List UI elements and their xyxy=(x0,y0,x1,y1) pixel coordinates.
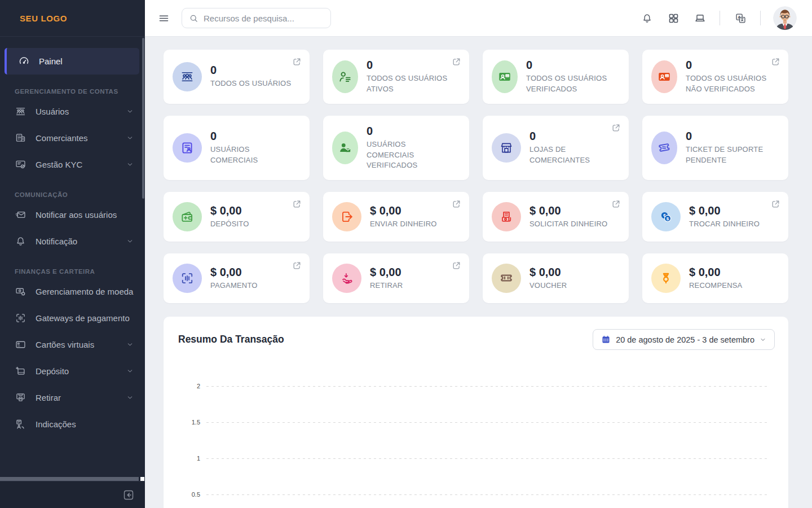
users-group-icon xyxy=(173,62,202,91)
sidebar-item-label: Notificar aos usuários xyxy=(36,210,117,220)
sidebar-menu: PainelGERENCIAMENTO DE CONTASUsuáriosCom… xyxy=(0,37,145,481)
sidebar-item-label: Gateways de pagamento xyxy=(36,313,130,323)
chevron-down-icon xyxy=(760,336,766,343)
stat-value: $ 0,00 xyxy=(689,204,760,217)
stat-label: TROCAR DINHEIRO xyxy=(689,219,760,230)
sidebar-item-label: Gestão KYC xyxy=(36,160,82,169)
stat-value: $ 0,00 xyxy=(689,266,742,279)
brand-logo[interactable]: SEU LOGO xyxy=(0,0,145,37)
sidebar-collapse-button[interactable] xyxy=(122,489,135,501)
stat-card-reward: $ 0,00RECOMPENSA xyxy=(642,253,788,303)
sidebar-section-label: COMUNICAÇÃO xyxy=(15,191,134,198)
stat-value: 0 xyxy=(367,125,454,138)
hamburger-menu-icon[interactable] xyxy=(158,12,170,24)
chart-title: Resumo Da Transação xyxy=(178,334,284,345)
gridline-dash xyxy=(206,494,768,495)
external-link-icon[interactable] xyxy=(771,199,780,209)
stat-value: 0 xyxy=(529,130,614,143)
y-axis-tick-label: 0.5 xyxy=(186,491,206,498)
sidebar-item-label: Depósito xyxy=(36,366,69,376)
topbar-actions: A xyxy=(626,6,797,30)
sidebar-item-label: Indicações xyxy=(36,419,76,429)
external-link-icon[interactable] xyxy=(771,57,780,67)
stat-label: LOJAS DE COMERCIANTES xyxy=(529,144,614,166)
withdraw-atm-icon xyxy=(15,392,27,404)
chart-gridline: 1 xyxy=(186,455,768,462)
stat-value: $ 0,00 xyxy=(210,266,258,279)
chart-gridline: 2 xyxy=(186,383,768,389)
stat-card-active-users: 0TODOS OS USUÁRIOS ATIVOS xyxy=(323,50,469,104)
sidebar-vertical-scrollbar[interactable] xyxy=(142,38,144,199)
exchange-coins-icon: €$ xyxy=(651,202,681,231)
sidebar-item-indicacoes[interactable]: Indicações xyxy=(0,411,145,437)
virtual-card-icon xyxy=(15,339,27,351)
sidebar-horizontal-scrollbar[interactable] xyxy=(0,476,145,481)
store-icon xyxy=(492,133,521,163)
external-link-icon[interactable] xyxy=(611,123,621,133)
chevron-down-icon xyxy=(126,238,134,245)
external-link-icon[interactable] xyxy=(292,199,302,209)
stat-card-verified-commercial-users: 0USUÁRIOS COMERCIAIS VERIFICADOS xyxy=(323,116,469,181)
sidebar-item-usuarios[interactable]: Usuários xyxy=(0,98,145,125)
sidebar-item-painel[interactable]: Painel xyxy=(5,48,139,75)
stat-value: $ 0,00 xyxy=(529,266,567,279)
user-active-icon xyxy=(332,60,358,93)
stat-card-payment: $ 0,00PAGAMENTO xyxy=(164,253,310,303)
stat-label: TICKET DE SUPORTE PENDENTE xyxy=(686,144,774,166)
id-card-filled-icon xyxy=(651,60,677,93)
referral-icon xyxy=(15,418,27,430)
translate-icon[interactable]: A xyxy=(735,12,747,24)
y-axis-tick-label: 1.5 xyxy=(186,419,206,426)
chart-gridline: 0.5 xyxy=(186,491,768,498)
stat-card-voucher: $ 0,00VOUCHER xyxy=(483,253,629,303)
chevron-down-icon xyxy=(126,394,134,401)
laptop-icon[interactable] xyxy=(694,12,706,24)
currency-icon xyxy=(15,286,27,297)
external-link-icon[interactable] xyxy=(292,261,302,270)
send-money-icon xyxy=(332,202,361,231)
sidebar-item-comerciantes[interactable]: Comerciantes xyxy=(0,125,145,151)
sidebar-item-gerenciamento-de-moeda[interactable]: Gerenciamento de moeda xyxy=(0,278,145,305)
apps-grid-icon[interactable] xyxy=(668,12,679,24)
sidebar-item-label: Comerciantes xyxy=(36,133,88,143)
divider xyxy=(760,11,761,25)
voucher-icon xyxy=(492,264,521,293)
search-input[interactable] xyxy=(204,14,324,23)
stat-label: TODOS OS USUÁRIOS ATIVOS xyxy=(367,73,454,95)
stat-cards-grid: 0TODOS OS USUÁRIOS0TODOS OS USUÁRIOS ATI… xyxy=(164,50,788,303)
stat-label: TODOS OS USUÁRIOS xyxy=(210,78,291,89)
sidebar-item-cartoes-virtuais[interactable]: Cartões virtuais xyxy=(0,331,145,358)
stat-card-request-money: $ 0,00SOLICITAR DINHEIRO xyxy=(483,192,629,242)
sidebar-item-gestao-kyc[interactable]: Gestão KYC xyxy=(0,151,145,178)
sidebar-item-gateways-de-pagamento[interactable]: Gateways de pagamento xyxy=(0,305,145,331)
stat-card-unverified-users: 0TODOS OS USUÁRIOS NÃO VERIFICADOS xyxy=(642,50,788,104)
sidebar-item-notificar-aos-usuarios[interactable]: Notificar aos usuários xyxy=(0,202,145,228)
commercial-user-icon xyxy=(173,133,202,163)
kyc-icon xyxy=(15,159,27,170)
sidebar-item-notificacao[interactable]: Notificação xyxy=(0,228,145,255)
external-link-icon[interactable] xyxy=(452,57,461,67)
sidebar-item-retirar[interactable]: Retirar xyxy=(0,384,145,411)
chevron-down-icon xyxy=(126,341,134,348)
user-avatar[interactable] xyxy=(773,6,797,30)
bell-icon xyxy=(15,235,27,247)
brand-logo-text: SEU LOGO xyxy=(20,14,67,23)
external-link-icon[interactable] xyxy=(452,261,461,270)
external-link-icon[interactable] xyxy=(452,199,461,209)
external-link-icon[interactable] xyxy=(292,57,302,67)
stat-card-withdraw: $ 0,00RETIRAR xyxy=(323,253,469,303)
external-link-icon[interactable] xyxy=(611,199,621,209)
bell-icon[interactable] xyxy=(641,12,653,24)
stat-value: 0 xyxy=(210,130,295,143)
scrollbar-thumb[interactable] xyxy=(0,477,139,481)
payment-scan-icon xyxy=(173,264,202,293)
chevron-down-icon xyxy=(126,134,134,142)
chevron-down-icon xyxy=(126,161,134,168)
sidebar-item-deposito[interactable]: Depósito xyxy=(0,358,145,384)
stat-value: 0 xyxy=(210,64,291,77)
sidebar-item-label: Gerenciamento de moeda xyxy=(36,287,133,296)
sidebar: SEU LOGO PainelGERENCIAMENTO DE CONTASUs… xyxy=(0,0,145,508)
stat-value: $ 0,00 xyxy=(529,204,607,217)
date-range-picker[interactable]: 20 de agosto de 2025 - 3 de setembro xyxy=(593,329,775,350)
stat-label: DEPÓSITO xyxy=(210,219,249,230)
